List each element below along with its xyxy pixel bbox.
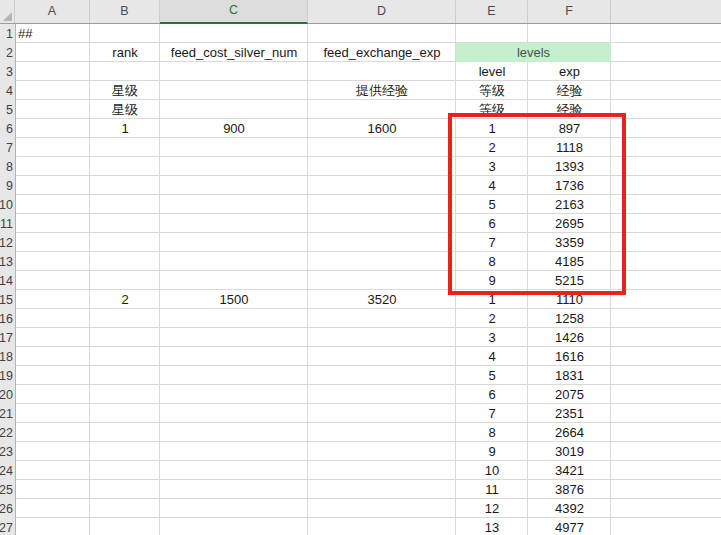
cell-E26[interactable]: 12 (456, 499, 528, 518)
cell-F20[interactable]: 2075 (528, 385, 611, 404)
cell-F25[interactable]: 3876 (528, 480, 611, 499)
cell-E12[interactable]: 7 (456, 233, 528, 252)
cell-E23[interactable]: 9 (456, 442, 528, 461)
row-header-18[interactable]: 18 (0, 347, 15, 366)
cell-E9[interactable]: 4 (456, 176, 528, 195)
column-header-D[interactable]: D (308, 0, 456, 23)
cell-E19[interactable]: 5 (456, 366, 528, 385)
column-header-B[interactable]: B (90, 0, 160, 23)
row-header-9[interactable]: 9 (0, 176, 15, 195)
row-number: 10 (0, 198, 15, 212)
cell-E24[interactable]: 10 (456, 461, 528, 480)
row-header-6[interactable]: 6 (0, 119, 15, 138)
row-header-11[interactable]: 11 (0, 214, 15, 233)
row-number: 11 (0, 217, 15, 231)
cell-E15[interactable]: 1 (456, 290, 528, 309)
cell-D2[interactable]: feed_exchange_exp (308, 43, 456, 62)
cell-F26[interactable]: 4392 (528, 499, 611, 518)
select-all-corner[interactable] (0, 0, 15, 23)
cell-F6[interactable]: 897 (528, 119, 611, 138)
cell-E17[interactable]: 3 (456, 328, 528, 347)
cell-D6[interactable]: 1600 (308, 119, 456, 138)
cell-B2[interactable]: rank (90, 43, 160, 62)
row-header-14[interactable]: 14 (0, 271, 15, 290)
cell-F24[interactable]: 3421 (528, 461, 611, 480)
row-header-10[interactable]: 10 (0, 195, 15, 214)
cell-F21[interactable]: 2351 (528, 404, 611, 423)
cell-E14[interactable]: 9 (456, 271, 528, 290)
cell-E7[interactable]: 2 (456, 138, 528, 157)
row-header-27[interactable]: 27 (0, 518, 15, 535)
cell-D15[interactable]: 3520 (308, 290, 456, 309)
row-header-17[interactable]: 17 (0, 328, 15, 347)
cell-F23[interactable]: 3019 (528, 442, 611, 461)
cell-E11[interactable]: 6 (456, 214, 528, 233)
row-header-23[interactable]: 23 (0, 442, 15, 461)
row-header-3[interactable]: 3 (0, 62, 15, 81)
row-header-16[interactable]: 16 (0, 309, 15, 328)
cell-F11[interactable]: 2695 (528, 214, 611, 233)
cell-F16[interactable]: 1258 (528, 309, 611, 328)
cell-F18[interactable]: 1616 (528, 347, 611, 366)
cell-E6[interactable]: 1 (456, 119, 528, 138)
cell-E21[interactable]: 7 (456, 404, 528, 423)
row-header-8[interactable]: 8 (0, 157, 15, 176)
cell-B15[interactable]: 2 (90, 290, 160, 309)
cell-F5[interactable]: 经验 (528, 100, 611, 119)
cell-D4[interactable]: 提供经验 (308, 81, 456, 100)
row-header-25[interactable]: 25 (0, 480, 15, 499)
cell-E18[interactable]: 4 (456, 347, 528, 366)
cell-C6[interactable]: 900 (160, 119, 308, 138)
row-header-19[interactable]: 19 (0, 366, 15, 385)
cell-E20[interactable]: 6 (456, 385, 528, 404)
cell-F15[interactable]: 1110 (528, 290, 611, 309)
cell-E10[interactable]: 5 (456, 195, 528, 214)
cell-E27[interactable]: 13 (456, 518, 528, 535)
cell-F27[interactable]: 4977 (528, 518, 611, 535)
row-header-5[interactable]: 5 (0, 100, 15, 119)
row-header-13[interactable]: 13 (0, 252, 15, 271)
cell-E25[interactable]: 11 (456, 480, 528, 499)
cell-F13[interactable]: 4185 (528, 252, 611, 271)
cell-F3[interactable]: exp (528, 62, 611, 81)
cell-E13[interactable]: 8 (456, 252, 528, 271)
row-header-26[interactable]: 26 (0, 499, 15, 518)
cell-E3[interactable]: level (456, 62, 528, 81)
cell-E4[interactable]: 等级 (456, 81, 528, 100)
row-header-22[interactable]: 22 (0, 423, 15, 442)
cell-F17[interactable]: 1426 (528, 328, 611, 347)
cell-E8[interactable]: 3 (456, 157, 528, 176)
column-header-F[interactable]: F (528, 0, 611, 23)
cell-F12[interactable]: 3359 (528, 233, 611, 252)
cell-C15[interactable]: 1500 (160, 290, 308, 309)
row-header-12[interactable]: 12 (0, 233, 15, 252)
cell-F9[interactable]: 1736 (528, 176, 611, 195)
cell-F22[interactable]: 2664 (528, 423, 611, 442)
cell-F19[interactable]: 1831 (528, 366, 611, 385)
cell-F4[interactable]: 经验 (528, 81, 611, 100)
column-header-C[interactable]: C (160, 0, 308, 24)
row-header-4[interactable]: 4 (0, 81, 15, 100)
cell-B4[interactable]: 星级 (90, 81, 160, 100)
cell-B5[interactable]: 星级 (90, 100, 160, 119)
row-header-15[interactable]: 15 (0, 290, 15, 309)
cell-F8[interactable]: 1393 (528, 157, 611, 176)
cell-F7[interactable]: 1118 (528, 138, 611, 157)
cell-E22[interactable]: 8 (456, 423, 528, 442)
cell-E16[interactable]: 2 (456, 309, 528, 328)
column-header-A[interactable]: A (15, 0, 90, 23)
row-header-7[interactable]: 7 (0, 138, 15, 157)
row-header-2[interactable]: 2 (0, 43, 15, 62)
cell-F14[interactable]: 5215 (528, 271, 611, 290)
cell-C2[interactable]: feed_cost_silver_num (160, 43, 308, 62)
cell-F10[interactable]: 2163 (528, 195, 611, 214)
cell-E5[interactable]: 等级 (456, 100, 528, 119)
row-header-21[interactable]: 21 (0, 404, 15, 423)
cell-E2:F2[interactable]: levels (456, 43, 611, 62)
cell-A1[interactable]: ## (15, 24, 90, 43)
row-header-20[interactable]: 20 (0, 385, 15, 404)
row-header-1[interactable]: 1 (0, 24, 15, 43)
column-header-E[interactable]: E (456, 0, 528, 23)
row-header-24[interactable]: 24 (0, 461, 15, 480)
cell-B6[interactable]: 1 (90, 119, 160, 138)
